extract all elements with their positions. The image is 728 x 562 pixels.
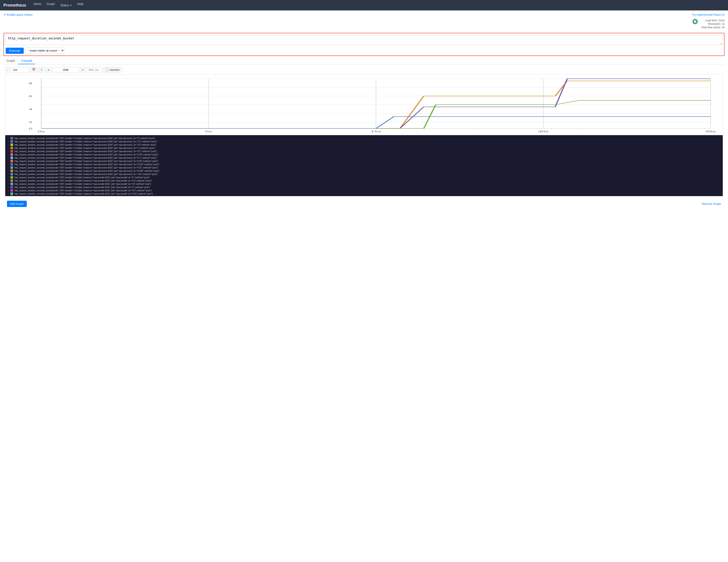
legend-item[interactable]: ✓ http_request_duration_seconds_bucket{c… [7, 140, 721, 143]
status-area [693, 19, 698, 24]
svg-text:4: 4 [29, 108, 32, 111]
calendar-icon: 📅 [32, 68, 35, 71]
legend-item[interactable]: ✓ http_request_duration_seconds_bucket{c… [7, 150, 721, 153]
legend-check-icon: ✓ [7, 196, 9, 196]
stacked-toggle[interactable]: stacked [103, 67, 122, 72]
svg-text:8: 8 [29, 82, 32, 85]
legend-check-icon: ✓ [7, 170, 9, 172]
legend-color-swatch [10, 173, 13, 175]
legend-color-swatch [10, 150, 13, 153]
legend-item[interactable]: ✓ http_request_duration_seconds_bucket{c… [7, 186, 721, 188]
legend-item[interactable]: ✓ http_request_duration_seconds_bucket{c… [7, 176, 721, 179]
legend-item[interactable]: ✓ http_request_duration_seconds_bucket{c… [7, 183, 721, 185]
legend-check-icon: ✓ [7, 150, 9, 153]
resolution: Resolution: 1s [701, 22, 725, 25]
back-button[interactable]: « [46, 67, 51, 72]
status-icon [693, 19, 698, 24]
query-box: Execute - insert metric at cursor - [3, 33, 725, 56]
meta-info: Load time: 21ms Resolution: 1s Total tim… [701, 19, 725, 29]
chart-svg: 0 2 4 6 8 0s 0s 15s 30s 45s [5, 74, 723, 135]
legend-check-icon: ✓ [7, 189, 9, 192]
legend-label: http_request_duration_seconds_bucket{cod… [14, 160, 158, 162]
zoom-in-button[interactable]: + [39, 67, 44, 72]
add-graph-button[interactable]: Add Graph [7, 201, 27, 207]
legend-item[interactable]: ✓ http_request_duration_seconds_bucket{c… [7, 143, 721, 146]
calendar-button[interactable]: 📅 [30, 67, 37, 72]
nav-alerts[interactable]: Alerts [31, 1, 44, 7]
insert-metric-select[interactable]: - insert metric at cursor - [25, 47, 64, 54]
svg-text:0s: 0s [205, 130, 212, 133]
legend-check-icon: ✓ [7, 140, 9, 143]
legend-check-icon: ✓ [7, 147, 9, 149]
legend-color-swatch [10, 176, 13, 179]
legend-check-icon: ✓ [7, 160, 9, 162]
legend-color-swatch [10, 166, 13, 169]
footer-actions: Add Graph Remove Graph [3, 198, 725, 210]
legend-label: http_request_duration_seconds_bucket{cod… [14, 193, 153, 195]
legend-color-swatch [10, 186, 13, 188]
legend-item[interactable]: ✓ http_request_duration_seconds_bucket{c… [7, 147, 721, 149]
legend-item[interactable]: ✓ http_request_duration_seconds_bucket{c… [7, 189, 721, 192]
zoom-out-button[interactable]: - [5, 67, 10, 72]
legend-color-swatch [10, 140, 13, 143]
resolution-input[interactable] [87, 67, 102, 72]
legend-check-icon: ✓ [7, 167, 9, 169]
navbar: Prometheus Alerts Graph Status ▼ Help [0, 0, 728, 10]
legend-check-icon: ✓ [7, 144, 9, 146]
duration-input[interactable] [11, 67, 29, 72]
nav-help[interactable]: Help [75, 1, 86, 7]
legend-check-icon: ✓ [7, 176, 9, 179]
legend-item[interactable]: ✓ http_request_duration_seconds_bucket{c… [7, 166, 721, 169]
legend-label: http_request_duration_seconds_bucket{cod… [14, 163, 159, 166]
forward-button[interactable]: » [80, 67, 85, 72]
legend-item[interactable]: ✓ http_request_duration_seconds_bucket{c… [7, 137, 721, 140]
chart-container: 0 2 4 6 8 0s 0s 15s 30s 45s [5, 74, 723, 135]
tab-graph[interactable]: Graph [3, 58, 18, 64]
legend-label: http_request_duration_seconds_bucket{cod… [14, 157, 157, 159]
total-series: Total time series: 24 [701, 26, 725, 29]
nav-graph[interactable]: Graph [44, 1, 57, 7]
legend-check-icon: ✓ [7, 173, 9, 175]
try-react-ui-link[interactable]: Try experimental React UI [692, 13, 725, 16]
legend-check-icon: ✓ [7, 153, 9, 156]
legend-item[interactable]: ✓ http_request_duration_seconds_bucket{c… [7, 192, 721, 195]
top-bar: ↺ Enable query history Try experimental … [3, 13, 725, 16]
stacked-label: stacked [110, 68, 119, 71]
legend-label: http_request_duration_seconds_bucket{cod… [14, 144, 156, 146]
load-time: Load time: 21ms [701, 19, 725, 22]
execute-button[interactable]: Execute [6, 48, 24, 54]
legend-item[interactable]: ✓ http_request_duration_seconds_bucket{c… [7, 156, 721, 159]
svg-text:30s: 30s [538, 130, 549, 133]
legend-label: http_request_duration_seconds_bucket{cod… [14, 147, 155, 149]
top-right: Try experimental React UI [692, 13, 725, 16]
nav-status[interactable]: Status ▼ [58, 2, 74, 8]
legend-label: http_request_duration_seconds_bucket{cod… [14, 183, 151, 185]
legend-color-swatch [10, 189, 13, 192]
legend-item[interactable]: ✓ http_request_duration_seconds_bucket{c… [7, 153, 721, 156]
legend-label: http_request_duration_seconds_bucket{cod… [14, 153, 158, 156]
legend-item[interactable]: ✓ http_request_duration_seconds_bucket{c… [7, 179, 721, 182]
legend-label: http_request_duration_seconds_bucket{cod… [14, 173, 158, 175]
tab-console[interactable]: Console [18, 58, 35, 64]
legend-check-icon: ✓ [7, 137, 9, 140]
legend-item[interactable]: ✓ http_request_duration_seconds_bucket{c… [7, 160, 721, 162]
legend-item[interactable]: ✓ http_request_duration_seconds_bucket{c… [7, 173, 721, 175]
legend-label: http_request_duration_seconds_bucket{cod… [14, 189, 152, 192]
remove-graph-button[interactable]: Remove Graph [702, 202, 721, 205]
legend-check-icon: ✓ [7, 193, 9, 195]
brand-logo[interactable]: Prometheus [3, 3, 26, 8]
legend-item[interactable]: ✓ http_request_duration_seconds_bucket{c… [7, 163, 721, 166]
svg-text:6: 6 [29, 95, 32, 98]
svg-text:0: 0 [29, 127, 32, 130]
legend-color-swatch [10, 143, 13, 146]
enable-query-history-link[interactable]: ↺ Enable query history [3, 13, 33, 16]
query-input[interactable] [6, 35, 722, 45]
end-time-input[interactable] [52, 67, 79, 72]
stacked-checkbox[interactable] [106, 68, 108, 71]
legend-color-swatch [10, 153, 13, 156]
legend-label: http_request_duration_seconds_bucket{cod… [14, 176, 150, 179]
legend-item[interactable]: ✓ http_request_duration_seconds_bucket{c… [7, 196, 721, 196]
svg-text:45s: 45s [705, 130, 716, 133]
legend-item[interactable]: ✓ http_request_duration_seconds_bucket{c… [7, 170, 721, 172]
dropdown-arrow-icon: ▼ [70, 4, 72, 7]
